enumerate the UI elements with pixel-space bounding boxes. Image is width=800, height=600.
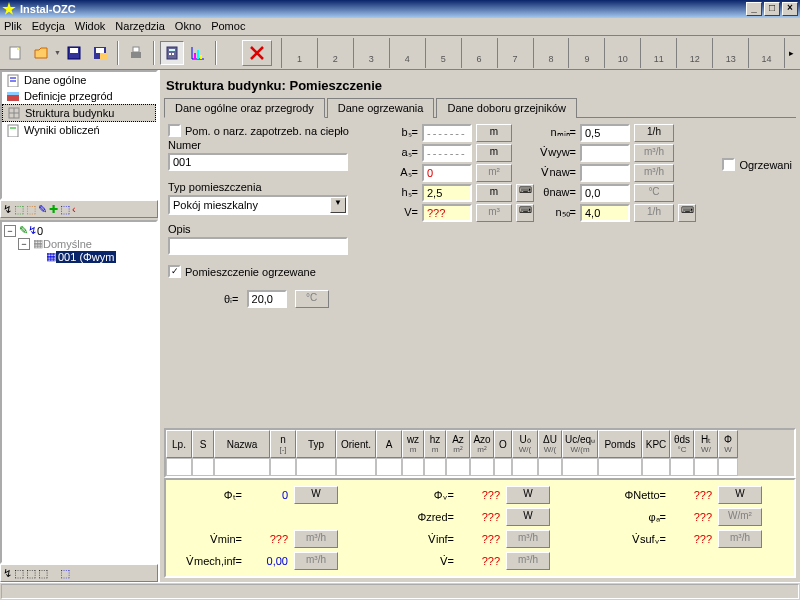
graph-button[interactable] (186, 41, 210, 65)
print-button[interactable] (124, 41, 148, 65)
col-header[interactable]: O (494, 430, 512, 458)
grid-cell[interactable] (598, 458, 642, 476)
grid-cell[interactable] (270, 458, 296, 476)
unit-button[interactable]: 1/h (634, 124, 674, 142)
grid-cell[interactable] (376, 458, 402, 476)
tree-tool-2[interactable]: ⬚ (14, 203, 24, 216)
tree-view[interactable]: −✎ ↯ 0 −▦ Domyślne ▦ 001 (Φwym (0, 220, 158, 564)
grid-cell[interactable] (694, 458, 718, 476)
maximize-button[interactable]: □ (764, 2, 780, 16)
grid-cell[interactable] (562, 458, 598, 476)
ruler-scroll-icon[interactable]: ▸ (785, 48, 798, 58)
unit-button[interactable]: m (476, 124, 512, 142)
tree-tool-6[interactable]: ⬚ (60, 203, 70, 216)
grid-cell[interactable] (402, 458, 424, 476)
chevron-down-icon[interactable]: ▼ (330, 197, 346, 213)
nav-item-3[interactable]: Wyniki obliczeń (2, 122, 156, 138)
unit-button[interactable]: W (506, 508, 550, 526)
menu-okno[interactable]: Okno (175, 20, 201, 33)
delete-button[interactable] (242, 40, 272, 66)
col-header[interactable]: n[-] (270, 430, 296, 458)
col-header[interactable]: Orient. (336, 430, 376, 458)
menu-pomoc[interactable]: Pomoc (211, 20, 245, 33)
col-header[interactable]: hzm (424, 430, 446, 458)
col-header[interactable]: ΦW (718, 430, 738, 458)
col-header[interactable]: Typ (296, 430, 336, 458)
col-header[interactable]: θds°C (670, 430, 694, 458)
unit-button[interactable]: m (476, 184, 512, 202)
collapse-icon[interactable]: − (4, 225, 16, 237)
unit-button[interactable]: m (476, 144, 512, 162)
tree-tool-3[interactable]: ⬚ (26, 203, 36, 216)
combo-typ[interactable]: Pokój mieszkalny▼ (168, 195, 348, 215)
menu-edycja[interactable]: Edycja (32, 20, 65, 33)
saveas-button[interactable] (88, 41, 112, 65)
bt-4[interactable]: ⬚ (38, 567, 48, 580)
nav-item-2[interactable]: Struktura budynku (2, 104, 156, 122)
tab-1[interactable]: Dane ogrzewania (327, 98, 435, 118)
tab-0[interactable]: Dane ogólne oraz przegrody (164, 98, 325, 118)
col-header[interactable]: KPC (642, 430, 670, 458)
grid-cell[interactable] (166, 458, 192, 476)
minimize-button[interactable]: _ (746, 2, 762, 16)
calc-button[interactable] (160, 41, 184, 65)
tree-tool-5[interactable]: ✚ (49, 203, 58, 216)
grid-cell[interactable] (512, 458, 538, 476)
grid-cell[interactable] (642, 458, 670, 476)
menu-narzedzia[interactable]: Narzędzia (115, 20, 165, 33)
new-button[interactable] (3, 41, 27, 65)
chk-ogrzewane[interactable]: ✓ (168, 265, 181, 278)
unit-button[interactable]: W (718, 486, 762, 504)
input-theta-i[interactable]: 20,0 (247, 290, 287, 308)
field-value[interactable]: 0 (422, 164, 472, 182)
col-header[interactable]: Nazwa (214, 430, 270, 458)
unit-button[interactable]: W (506, 486, 550, 504)
input-numer[interactable] (168, 153, 348, 171)
col-header[interactable]: Pomds (598, 430, 642, 458)
tab-2[interactable]: Dane doboru grzejników (436, 98, 577, 118)
field-value[interactable]: 4,0 (580, 204, 630, 222)
field-icon[interactable]: ⌨ (516, 204, 534, 222)
field-value[interactable]: 0,0 (580, 184, 630, 202)
save-button[interactable] (62, 41, 86, 65)
field-value[interactable]: ??? (422, 204, 472, 222)
col-header[interactable]: ΔUW/( (538, 430, 562, 458)
field-icon[interactable]: ⌨ (678, 204, 696, 222)
field-value[interactable]: -------- (422, 124, 472, 142)
close-button[interactable]: × (782, 2, 798, 16)
grid-cell[interactable] (336, 458, 376, 476)
collapse-icon[interactable]: − (18, 238, 30, 250)
grid-cell[interactable] (718, 458, 738, 476)
col-header[interactable]: wzm (402, 430, 424, 458)
tree-tool-1[interactable]: ↯ (3, 203, 12, 216)
col-header[interactable]: S (192, 430, 214, 458)
bt-3[interactable]: ⬚ (26, 567, 36, 580)
tree-level1[interactable]: Domyślne (43, 238, 92, 250)
grid-cell[interactable] (538, 458, 562, 476)
bt-2[interactable]: ⬚ (14, 567, 24, 580)
bt-5[interactable]: ⬚ (60, 567, 70, 580)
col-header[interactable]: A (376, 430, 402, 458)
grid-cell[interactable] (296, 458, 336, 476)
grid-cell[interactable] (670, 458, 694, 476)
tree-tool-4[interactable]: ✎ (38, 203, 47, 216)
col-header[interactable]: Azom² (470, 430, 494, 458)
field-icon[interactable]: ⌨ (516, 184, 534, 202)
grid-cell[interactable] (494, 458, 512, 476)
tree-leaf-selected[interactable]: 001 (Φwym (56, 251, 116, 263)
data-grid[interactable]: Lp.SNazwan[-]TypOrient.AwzmhzmAzm²Azom²O… (164, 428, 796, 478)
bt-1[interactable]: ↯ (3, 567, 12, 580)
field-value[interactable]: -------- (422, 144, 472, 162)
grid-cell[interactable] (192, 458, 214, 476)
menu-widok[interactable]: Widok (75, 20, 106, 33)
nav-item-1[interactable]: Definicje przegród (2, 88, 156, 104)
chk-ogrzewani[interactable] (722, 158, 735, 171)
field-value[interactable] (580, 164, 630, 182)
menu-plik[interactable]: Plik (4, 20, 22, 33)
field-value[interactable]: 2,5 (422, 184, 472, 202)
col-header[interactable]: HₜW/ (694, 430, 718, 458)
col-header[interactable]: Lp. (166, 430, 192, 458)
chk-pom-narz[interactable] (168, 124, 181, 137)
grid-cell[interactable] (214, 458, 270, 476)
input-opis[interactable] (168, 237, 348, 255)
